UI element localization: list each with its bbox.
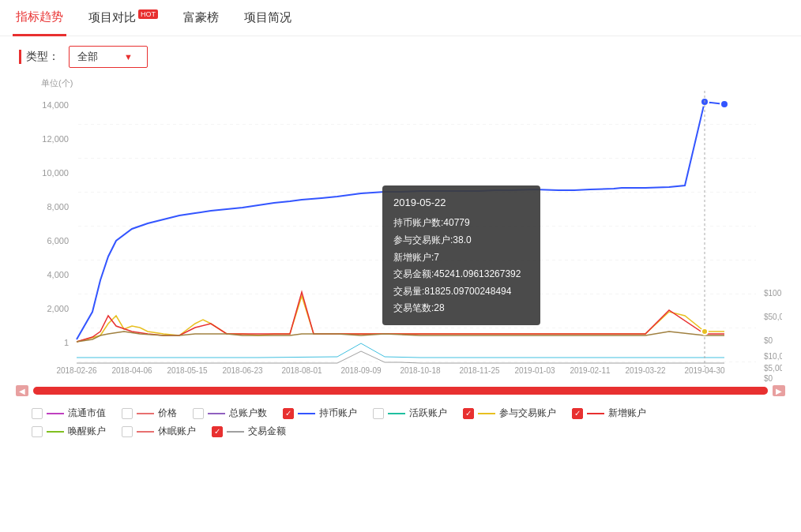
type-select[interactable]: 全部 ▼	[69, 46, 148, 68]
legend-line-total-accounts	[208, 413, 225, 414]
legend-checkbox-new-accounts[interactable]	[572, 408, 583, 419]
legend-checkbox-sleep-accounts[interactable]	[122, 426, 133, 437]
svg-text:2018-10-18: 2018-10-18	[400, 366, 441, 375]
legend-line-active-accounts	[388, 413, 405, 414]
legend-line-tx-accounts	[478, 413, 495, 414]
legend-line-circulation	[47, 413, 64, 414]
legend-checkbox-circulation[interactable]	[32, 408, 43, 419]
scrollbar-thumb[interactable]	[33, 387, 768, 395]
top-navigation: 指标趋势 项目对比HOT 富豪榜 项目简况	[0, 0, 801, 36]
legend-checkbox-total-accounts[interactable]	[193, 408, 204, 419]
svg-text:2019-01-03: 2019-01-03	[514, 366, 555, 375]
svg-text:1: 1	[64, 338, 69, 347]
legend-label-tx-accounts: 参与交易账户	[499, 406, 556, 420]
svg-text:$0: $0	[764, 374, 773, 383]
svg-text:8,000: 8,000	[47, 202, 69, 212]
legend-row-2: 唤醒账户 休眠账户 交易金额	[32, 425, 769, 438]
legend-price[interactable]: 价格	[122, 406, 177, 420]
svg-text:10,000: 10,000	[42, 168, 69, 178]
chart-tooltip: 2019-05-22 持币账户数:40779 参与交易账户:38.0 新增账户:…	[382, 185, 540, 325]
legend-line-wake-accounts	[47, 431, 64, 433]
chart-container: 单位(个) 14,000 12,000 10,000 8,000 6,000 4…	[19, 77, 782, 383]
svg-text:4,000: 4,000	[47, 270, 69, 279]
tooltip-field-1: 持币账户数:40779	[393, 215, 529, 232]
legend-label-circulation: 流通市值	[68, 406, 106, 420]
legend-circulation[interactable]: 流通市值	[32, 406, 106, 420]
legend-checkbox-tx-amount[interactable]	[212, 426, 223, 437]
scrollbar-right-arrow[interactable]: ▶	[773, 385, 785, 396]
legend-holding-accounts[interactable]: 持币账户	[283, 406, 357, 420]
svg-text:2018-09-09: 2018-09-09	[340, 366, 382, 375]
legend-line-price	[137, 413, 154, 414]
svg-text:$100,000,000: $100,000,000	[764, 289, 782, 298]
legend-label-new-accounts: 新增账户	[608, 406, 646, 420]
svg-text:2019-03-22: 2019-03-22	[625, 366, 666, 375]
legend-tx-amount[interactable]: 交易金额	[212, 425, 286, 438]
svg-text:$5,000: $5,000	[764, 364, 782, 373]
nav-item-trend[interactable]: 指标趋势	[13, 0, 66, 36]
tooltip-date: 2019-05-22	[393, 193, 529, 212]
legend-checkbox-tx-accounts[interactable]	[463, 408, 474, 419]
nav-item-rich[interactable]: 富豪榜	[180, 1, 222, 35]
chevron-down-icon: ▼	[124, 52, 133, 62]
legend-line-new-accounts	[587, 413, 604, 414]
svg-text:14,000: 14,000	[42, 100, 69, 110]
legend-checkbox-holding-accounts[interactable]	[283, 408, 294, 419]
legend-line-holding-accounts	[298, 413, 315, 414]
legend-active-accounts[interactable]: 活跃账户	[373, 406, 447, 420]
legend-line-sleep-accounts	[137, 431, 154, 433]
legend-label-holding-accounts: 持币账户	[319, 406, 357, 420]
tooltip-field-2: 参与交易账户:38.0	[393, 232, 529, 249]
legend-area: 流通市值 价格 总账户数 持币账户 活跃账户 参与	[0, 399, 801, 451]
holding-accounts-dot2	[720, 100, 728, 108]
legend-checkbox-wake-accounts[interactable]	[32, 426, 43, 437]
y-axis-label: 单位(个)	[41, 77, 782, 89]
legend-label-sleep-accounts: 休眠账户	[158, 425, 196, 438]
tooltip-field-5: 交易量:81825.09700248494	[393, 283, 529, 301]
svg-text:2019-04-30: 2019-04-30	[684, 366, 725, 375]
svg-text:2018-11-25: 2018-11-25	[459, 366, 500, 375]
legend-checkbox-active-accounts[interactable]	[373, 408, 384, 419]
svg-text:2018-02-26: 2018-02-26	[56, 366, 97, 375]
legend-line-tx-amount	[227, 431, 244, 433]
svg-text:2,000: 2,000	[47, 304, 69, 313]
hover-dot-tx	[701, 328, 708, 335]
svg-text:2018-08-01: 2018-08-01	[281, 366, 322, 375]
legend-label-wake-accounts: 唤醒账户	[68, 425, 106, 438]
svg-text:2019-02-11: 2019-02-11	[570, 366, 611, 375]
tooltip-field-3: 新增账户:7	[393, 249, 529, 267]
legend-checkbox-price[interactable]	[122, 408, 133, 419]
svg-text:$50,000,000: $50,000,000	[764, 313, 782, 321]
svg-text:$10,000: $10,000	[764, 352, 782, 361]
svg-text:2018-05-15: 2018-05-15	[167, 366, 208, 375]
legend-total-accounts[interactable]: 总账户数	[193, 406, 267, 420]
svg-text:2018-04-06: 2018-04-06	[111, 366, 152, 375]
nav-item-compare[interactable]: 项目对比HOT	[85, 1, 161, 35]
legend-new-accounts[interactable]: 新增账户	[572, 406, 646, 420]
filter-row: 类型： 全部 ▼	[0, 36, 801, 77]
legend-label-total-accounts: 总账户数	[229, 406, 267, 420]
scrollbar-area: ◀ ▶	[30, 383, 771, 399]
legend-tx-accounts[interactable]: 参与交易账户	[463, 406, 556, 420]
hot-badge: HOT	[138, 9, 158, 19]
scrollbar-left-arrow[interactable]: ◀	[16, 385, 28, 396]
svg-text:6,000: 6,000	[47, 236, 69, 245]
legend-row-1: 流通市值 价格 总账户数 持币账户 活跃账户 参与	[32, 406, 769, 420]
svg-text:$0: $0	[764, 336, 773, 345]
filter-value: 全部	[77, 50, 98, 64]
legend-label-active-accounts: 活跃账户	[409, 406, 447, 420]
tooltip-field-6: 交易笔数:28	[393, 300, 529, 317]
svg-text:2018-06-23: 2018-06-23	[222, 366, 263, 375]
scrollbar-track[interactable]	[33, 387, 768, 395]
tooltip-field-4: 交易金额:45241.09613267392	[393, 266, 529, 283]
legend-sleep-accounts[interactable]: 休眠账户	[122, 425, 196, 438]
legend-label-tx-amount: 交易金额	[248, 425, 286, 438]
nav-item-overview[interactable]: 项目简况	[241, 1, 295, 35]
svg-text:12,000: 12,000	[42, 134, 69, 144]
filter-label: 类型：	[19, 50, 59, 64]
legend-label-price: 价格	[158, 406, 177, 420]
legend-wake-accounts[interactable]: 唤醒账户	[32, 425, 106, 438]
